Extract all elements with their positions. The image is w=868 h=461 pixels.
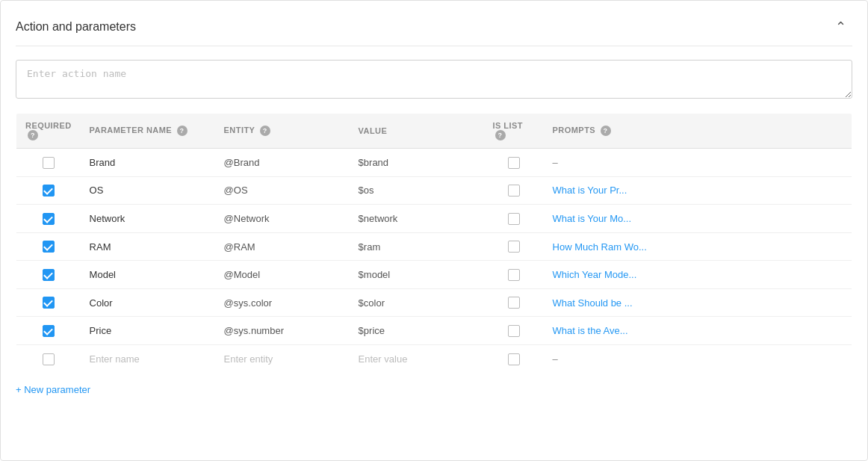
table-row: Enter nameEnter entityEnter value– [16,345,852,374]
required-checkbox[interactable] [43,241,55,253]
new-parameter-button[interactable]: + New parameter [16,384,90,395]
col-header-required: REQUIRED ? [16,114,81,149]
entity-value: @Network [224,213,270,224]
table-row: Price@sys.number$priceWhat is the Ave... [16,317,852,345]
param-name-help-icon[interactable]: ? [177,126,187,136]
prompt-value[interactable]: What is Your Pr... [553,185,627,196]
table-body: Brand@Brand$brand–OS@OS$osWhat is Your P… [16,149,852,374]
required-checkbox[interactable] [43,157,55,169]
entity-value: @sys.color [224,297,273,309]
param-value: $os [359,185,374,196]
param-name: Color [90,297,113,309]
table-row: RAM@RAM$ramHow Much Ram Wo... [16,232,852,261]
param-value: $model [359,269,391,280]
col-header-value: VALUE [350,114,484,149]
prompt-value: – [553,353,558,365]
table-row: Brand@Brand$brand– [16,149,852,177]
section-title: Action and parameters [16,20,136,34]
prompts-help-icon[interactable]: ? [601,126,611,136]
param-value: $network [359,213,398,224]
entity-value: @Brand [224,157,260,168]
table-row: Model@Model$modelWhich Year Mode... [16,261,852,289]
param-name: OS [90,185,104,196]
prompt-value: – [553,157,558,168]
param-name: Model [90,269,116,280]
islist-checkbox[interactable] [508,269,520,281]
required-checkbox[interactable] [43,185,55,197]
col-header-islist: IS LIST ? [484,114,544,149]
table-row: Color@sys.color$colorWhat Should be ... [16,288,852,317]
required-checkbox[interactable] [43,297,55,309]
action-parameters-section: Action and parameters ⌃ REQUIRED ? PARAM… [0,0,868,461]
param-value: $ram [359,241,381,253]
islist-checkbox[interactable] [508,297,520,309]
required-checkbox[interactable] [43,353,55,365]
entity-value: @Model [224,269,261,280]
required-checkbox[interactable] [43,269,55,281]
col-header-prompts: PROMPTS ? [544,114,852,149]
param-value: $price [359,325,385,336]
entity-help-icon[interactable]: ? [260,126,270,136]
param-value: $color [359,297,385,309]
required-checkbox[interactable] [43,325,55,337]
table-header: REQUIRED ? PARAMETER NAME ? ENTITY ? VAL… [16,114,852,149]
parameters-table: REQUIRED ? PARAMETER NAME ? ENTITY ? VAL… [16,113,852,374]
islist-checkbox[interactable] [508,325,520,337]
required-help-icon[interactable]: ? [28,130,38,140]
prompt-value[interactable]: What is the Ave... [553,325,628,336]
entity-value: @sys.number [224,325,284,336]
prompt-value[interactable]: What is Your Mo... [553,213,632,224]
col-header-param-name: PARAMETER NAME ? [81,114,215,149]
islist-checkbox[interactable] [508,185,520,197]
prompt-value[interactable]: Which Year Mode... [553,269,637,280]
new-param-label: + New parameter [16,384,90,395]
islist-help-icon[interactable]: ? [495,130,506,140]
param-name: Price [90,325,112,336]
entity-value: Enter entity [224,353,273,365]
islist-checkbox[interactable] [508,241,520,253]
table-row: Network@Network$networkWhat is Your Mo..… [16,205,852,233]
param-value: $brand [359,157,388,168]
col-header-entity: ENTITY ? [215,114,350,149]
required-checkbox[interactable] [43,213,55,225]
collapse-button[interactable]: ⌃ [829,16,852,38]
prompt-value[interactable]: How Much Ram Wo... [553,241,647,253]
param-name: RAM [90,241,111,253]
action-name-input[interactable] [16,60,852,99]
islist-checkbox[interactable] [508,157,520,169]
table-row: OS@OS$osWhat is Your Pr... [16,176,852,205]
entity-value: @RAM [224,241,255,253]
section-header: Action and parameters ⌃ [16,16,852,46]
param-name: Network [90,213,125,224]
entity-value: @OS [224,185,248,196]
param-value: Enter value [359,353,408,365]
param-name: Brand [90,157,116,168]
islist-checkbox[interactable] [508,353,520,365]
prompt-value[interactable]: What Should be ... [553,297,633,309]
param-name: Enter name [90,353,140,365]
islist-checkbox[interactable] [508,213,520,225]
